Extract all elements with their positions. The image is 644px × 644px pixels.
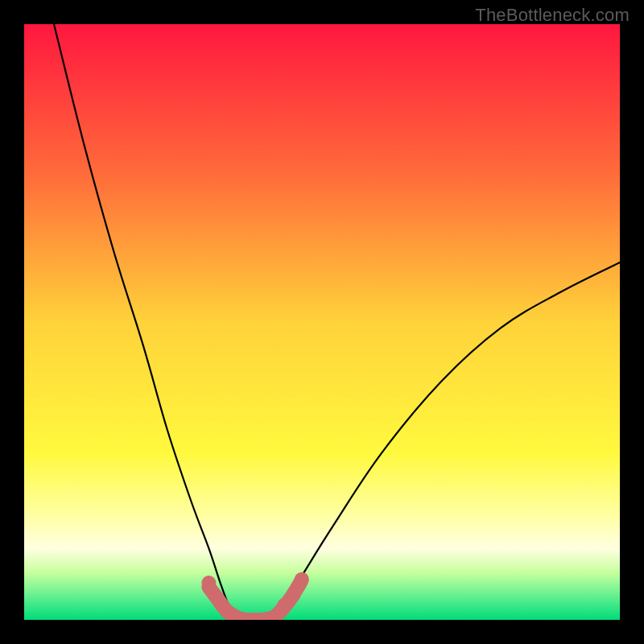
watermark-text: TheBottleneck.com [475,5,630,26]
marker-dot [277,598,291,613]
plot-area [24,24,620,620]
chart-frame: TheBottleneck.com [0,0,644,644]
marker-dot [201,576,216,590]
left-curve [54,24,236,620]
marker-dot [295,572,309,587]
right-curve [275,262,620,620]
curve-layer [24,24,620,620]
